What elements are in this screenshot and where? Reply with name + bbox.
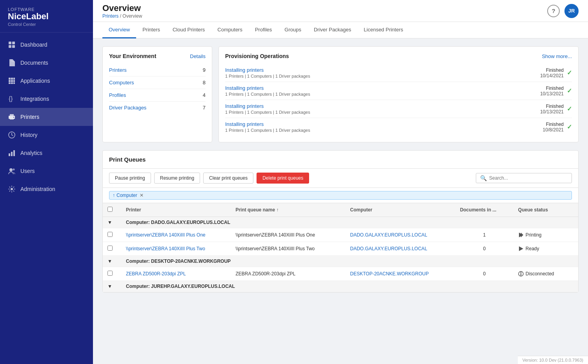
sidebar-item-dashboard[interactable]: Dashboard (0, 36, 93, 54)
row-checkbox[interactable] (107, 271, 113, 276)
svg-point-22 (9, 168, 13, 171)
prov-item-3: Installing printers 1 Printers | 1 Compu… (225, 118, 572, 136)
printer-link[interactable]: \\printserver\ZEBRA 140XiIII Plus One (126, 232, 206, 238)
breadcrumb: Printers / Overview (102, 13, 142, 19)
computer-link[interactable]: DADO.GALAXY.EUROPLUS.LOCAL (350, 246, 428, 251)
filter-up-arrow: ↑ (113, 193, 115, 198)
tab-computers[interactable]: Computers (211, 22, 249, 38)
details-link[interactable]: Details (190, 53, 206, 59)
sidebar-item-applications[interactable]: Applications (0, 72, 93, 90)
prov-card-title: Provisioning Operations (225, 53, 289, 59)
row-docs-cell: 1 (455, 228, 513, 242)
sidebar-item-label: Dashboard (20, 42, 47, 48)
sidebar-item-documents[interactable]: Documents (0, 54, 93, 72)
prov-status: Finished (540, 104, 564, 109)
tab-cloud-printers[interactable]: Cloud Printers (166, 22, 211, 38)
env-printers-link[interactable]: Printers (109, 67, 127, 73)
svg-rect-20 (11, 152, 13, 156)
sidebar: Loftware NiceLabel Control Center Dashbo… (0, 0, 93, 364)
sidebar-item-integrations[interactable]: {} Integrations (0, 90, 93, 108)
prov-item-right: Finished 10/13/2021 ✓ (540, 104, 572, 115)
filter-remove-button[interactable]: ✕ (140, 193, 144, 198)
svg-rect-0 (9, 42, 11, 44)
env-row-driver-packages: Driver Packages 7 (109, 102, 206, 114)
row-printer-cell: \\printserver\ZEBRA 140XiIII Plus Two (121, 242, 231, 256)
prov-item-status-date: Finished 10/8/2021 (543, 122, 564, 133)
table-wrapper[interactable]: Printer Print queue name ↑ Computer Docu… (103, 203, 578, 292)
sidebar-item-users[interactable]: Users (0, 162, 93, 180)
row-pqname-cell: \\printserver\ZEBRA 140XiIII Plus One (231, 228, 345, 242)
svg-rect-15 (10, 114, 14, 116)
col-header-printer: Printer (121, 203, 231, 217)
breadcrumb-link[interactable]: Printers (102, 13, 118, 19)
search-input[interactable] (489, 175, 568, 181)
cards-row: Your Environment Details Printers 9 Comp… (102, 46, 579, 142)
table-row: ZEBRA ZD500R-203dpi ZPL ZEBRA ZD500R-203… (103, 267, 578, 281)
group-col-check: ▼ (103, 217, 121, 228)
sidebar-item-analytics[interactable]: Analytics (0, 144, 93, 162)
status-label: Ready (526, 246, 539, 251)
row-pqname-cell: ZEBRA ZD500R-203dpi ZPL (231, 267, 345, 281)
svg-point-23 (13, 169, 15, 171)
table-row: \\printserver\ZEBRA 140XiIII Plus Two \\… (103, 242, 578, 256)
prov-date: 10/14/2021 (540, 73, 564, 78)
header-right: ? JR (547, 4, 579, 18)
sidebar-item-printers[interactable]: Printers (0, 108, 93, 126)
printer-link[interactable]: \\printserver\ZEBRA 140XiIII Plus Two (126, 246, 205, 251)
main-area: Overview Printers / Overview ? JR Overvi… (93, 0, 588, 364)
tab-groups[interactable]: Groups (278, 22, 308, 38)
svg-point-24 (11, 188, 13, 190)
row-checkbox[interactable] (107, 232, 113, 237)
row-pqname-cell: \\printserver\ZEBRA 140XiIII Plus Two (231, 242, 345, 256)
pause-printing-button[interactable]: Pause printing (109, 173, 151, 184)
group-collapse-icon[interactable]: ▼ (107, 284, 112, 289)
row-checkbox[interactable] (107, 246, 113, 251)
env-profiles-link[interactable]: Profiles (109, 92, 126, 98)
group-name: Computer: JUREHP.GALAXY.EUROPLUS.LOCAL (121, 281, 578, 292)
sidebar-item-administration[interactable]: Administration (0, 180, 93, 198)
clear-print-queues-button[interactable]: Clear print queues (203, 173, 253, 184)
computer-link[interactable]: DESKTOP-20ACNKE.WORKGROUP (350, 271, 429, 277)
help-button[interactable]: ? (547, 5, 560, 17)
integrations-icon: {} (8, 95, 16, 103)
tab-licensed-printers[interactable]: Licensed Printers (357, 22, 409, 38)
table-group-row: ▼ Computer: DADO.GALAXY.EUROPLUS.LOCAL (103, 217, 578, 228)
env-row-printers: Printers 9 (109, 64, 206, 76)
printer-link[interactable]: ZEBRA ZD500R-203dpi ZPL (126, 271, 186, 277)
svg-rect-12 (13, 82, 15, 84)
row-status-cell: Printing (513, 228, 578, 242)
control-center-label: Control Center (8, 22, 85, 27)
sidebar-nav: Dashboard Documents Applications {} Inte… (0, 33, 93, 364)
prov-item-link[interactable]: Installing printers (225, 67, 264, 73)
resume-printing-button[interactable]: Resume printing (154, 173, 200, 184)
check-icon: ✓ (567, 123, 572, 131)
tab-driver-packages[interactable]: Driver Packages (308, 22, 357, 38)
svg-text:{}: {} (9, 95, 13, 102)
tab-overview[interactable]: Overview (102, 22, 136, 38)
sidebar-item-history[interactable]: History (0, 126, 93, 144)
prov-item-link[interactable]: Installing printers (225, 121, 264, 127)
row-computer-cell: DADO.GALAXY.EUROPLUS.LOCAL (346, 228, 455, 242)
prov-date: 10/8/2021 (543, 127, 564, 133)
filter-area: ↑ Computer ✕ (103, 191, 578, 200)
svg-rect-8 (11, 80, 13, 82)
env-computers-link[interactable]: Computers (109, 80, 134, 86)
group-collapse-icon[interactable]: ▼ (107, 258, 112, 264)
avatar[interactable]: JR (564, 4, 579, 18)
computer-link[interactable]: DADO.GALAXY.EUROPLUS.LOCAL (350, 232, 428, 238)
tab-printers[interactable]: Printers (136, 22, 166, 38)
show-more-link[interactable]: Show more... (542, 53, 572, 59)
prov-item-link[interactable]: Installing printers (225, 85, 264, 91)
row-check-cell (103, 242, 121, 256)
group-collapse-icon[interactable]: ▼ (107, 220, 112, 225)
printers-icon (8, 113, 16, 121)
delete-print-queues-button[interactable]: Delete print queues (257, 173, 309, 184)
row-printer-cell: \\printserver\ZEBRA 140XiIII Plus One (121, 228, 231, 242)
prov-item-left: Installing printers 1 Printers | 1 Compu… (225, 103, 310, 115)
select-all-checkbox[interactable] (107, 207, 113, 212)
tab-profiles[interactable]: Profiles (249, 22, 278, 38)
prov-item-link[interactable]: Installing printers (225, 103, 264, 109)
svg-rect-7 (9, 80, 11, 82)
env-driver-packages-link[interactable]: Driver Packages (109, 105, 146, 111)
version-bar: Version: 10.0 Dev (21.0.0.7963) (518, 356, 588, 364)
